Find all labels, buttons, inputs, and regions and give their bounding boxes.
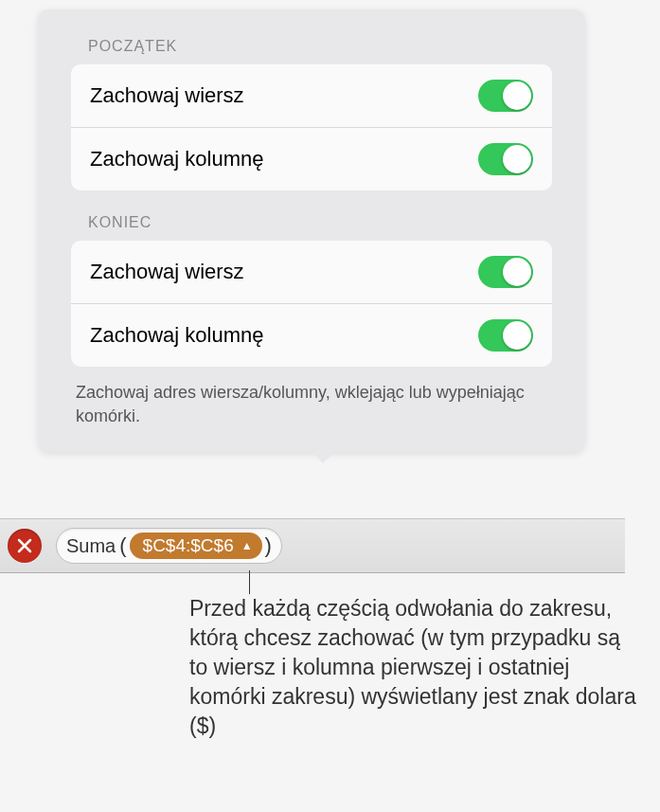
- preserve-column-start-toggle[interactable]: [478, 143, 533, 175]
- preserve-column-end-toggle[interactable]: [478, 319, 533, 352]
- preserve-row-start-label: Zachowaj wiersz: [90, 83, 244, 108]
- function-name: Suma: [66, 535, 116, 557]
- formula-bar: Suma ( $C$4:$C$6 ▲ ): [0, 518, 625, 573]
- preserve-column-end-row: Zachowaj kolumnę: [71, 304, 552, 367]
- formula-cancel-button[interactable]: [8, 529, 42, 563]
- preserve-row-start-row: Zachowaj wiersz: [71, 64, 552, 128]
- option-group-end: Zachowaj wiersz Zachowaj kolumnę: [71, 241, 552, 367]
- preserve-row-start-toggle[interactable]: [478, 80, 533, 112]
- section-header-start: Początek: [88, 38, 552, 55]
- preserve-row-end-toggle[interactable]: [478, 256, 533, 288]
- range-text: $C$4:$C$6: [143, 535, 234, 556]
- preserve-row-end-label: Zachowaj wiersz: [90, 260, 244, 284]
- triangle-up-icon: ▲: [241, 539, 253, 552]
- section-header-end: Koniec: [88, 214, 552, 231]
- callout-line: [249, 570, 250, 594]
- preserve-column-start-label: Zachowaj kolumnę: [90, 147, 263, 171]
- preserve-row-end-row: Zachowaj wiersz: [71, 241, 552, 304]
- help-text: Zachowaj adres wiersza/kolumny, wklejają…: [76, 381, 552, 428]
- close-paren: ): [265, 533, 272, 558]
- open-paren: (: [119, 533, 126, 558]
- option-group-start: Zachowaj wiersz Zachowaj kolumnę: [71, 64, 552, 190]
- formula-content[interactable]: Suma ( $C$4:$C$6 ▲ ): [56, 528, 282, 564]
- preserve-column-start-row: Zachowaj kolumnę: [71, 128, 552, 190]
- preserve-reference-popover: Początek Zachowaj wiersz Zachowaj kolumn…: [38, 9, 585, 452]
- close-icon: [16, 537, 33, 554]
- callout-text: Przed każdą częścią odwołania do zakresu…: [189, 594, 644, 741]
- range-reference-token[interactable]: $C$4:$C$6 ▲: [130, 532, 262, 559]
- preserve-column-end-label: Zachowaj kolumnę: [90, 323, 263, 348]
- popover-arrow-icon: [310, 450, 336, 463]
